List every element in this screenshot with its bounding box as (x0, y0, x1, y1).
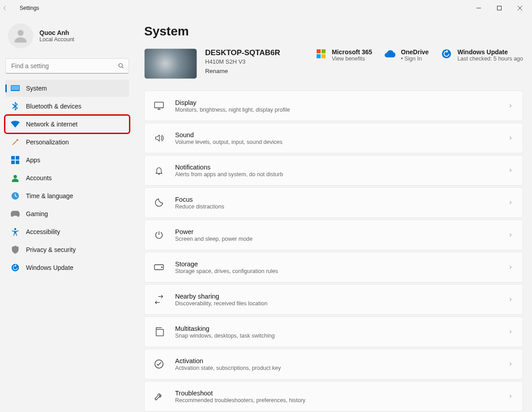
storage-icon (153, 264, 165, 270)
card-focus[interactable]: FocusReduce distractions (144, 187, 523, 218)
pc-name: DESKTOP-SQTAB6R (205, 48, 299, 57)
user-block[interactable]: Quoc Anh Local Account (5, 21, 129, 56)
system-icon (11, 84, 20, 93)
chevron-right-icon (508, 199, 513, 206)
chevron-right-icon (508, 232, 513, 238)
focus-icon (153, 198, 165, 208)
maximize-button[interactable] (489, 1, 510, 15)
card-title: Notifications (175, 164, 498, 171)
sidebar-item-label: Windows Update (26, 264, 73, 271)
sidebar-item-personalization[interactable]: Personalization (5, 134, 129, 151)
tile-onedrive[interactable]: OneDrive • Sign In (385, 48, 429, 62)
sound-icon (153, 134, 165, 143)
sidebar-item-label: Gaming (26, 210, 48, 217)
card-title: Sound (175, 131, 498, 139)
card-multitasking[interactable]: MultitaskingSnap windows, desktops, task… (144, 317, 523, 347)
sidebar-item-time[interactable]: Time & language (5, 187, 129, 204)
back-button[interactable] (2, 5, 20, 11)
svg-rect-0 (498, 6, 502, 10)
personalization-icon (11, 138, 20, 147)
display-icon (153, 102, 165, 110)
chevron-right-icon (508, 296, 513, 303)
gaming-icon (11, 209, 20, 218)
svg-rect-15 (317, 54, 321, 58)
card-notifications[interactable]: NotificationsAlerts from apps and system… (144, 155, 523, 186)
m365-icon (316, 48, 326, 59)
notifications-icon (153, 165, 165, 175)
svg-rect-18 (154, 102, 163, 108)
sidebar-item-label: Bluetooth & devices (26, 103, 82, 110)
svg-rect-8 (16, 160, 19, 164)
card-title: Multitasking (175, 325, 498, 332)
svg-rect-5 (11, 156, 15, 160)
activation-icon (153, 359, 165, 369)
close-button[interactable] (510, 1, 530, 15)
card-desc: Snap windows, desktops, task switching (175, 333, 498, 339)
nearby-icon (153, 295, 165, 304)
chevron-right-icon (508, 393, 513, 399)
card-title: Power (175, 228, 498, 235)
svg-point-1 (17, 30, 23, 36)
tile-update[interactable]: Windows Update Last checked: 5 hours ago (441, 48, 523, 62)
card-desc: Monitors, brightness, night light, displ… (175, 107, 498, 113)
accounts-icon (11, 173, 20, 182)
titlebar: Settings (0, 0, 532, 16)
chevron-right-icon (508, 264, 513, 270)
card-desc: Volume levels, output, input, sound devi… (175, 139, 498, 145)
page-title: System (144, 24, 523, 39)
svg-point-2 (119, 64, 122, 67)
svg-rect-13 (317, 49, 321, 53)
chevron-right-icon (508, 329, 513, 335)
chevron-right-icon (508, 103, 513, 109)
search-icon (118, 63, 124, 69)
svg-point-11 (14, 228, 17, 230)
minimize-button[interactable] (468, 1, 489, 15)
tile-m365[interactable]: Microsoft 365 View benefits (316, 48, 372, 62)
sidebar-item-label: Accessibility (26, 228, 60, 235)
sidebar-item-label: Privacy & security (26, 246, 76, 253)
card-display[interactable]: DisplayMonitors, brightness, night light… (144, 91, 523, 121)
card-sound[interactable]: SoundVolume levels, output, input, sound… (144, 123, 523, 153)
troubleshoot-icon (153, 391, 165, 401)
rename-link[interactable]: Rename (205, 68, 228, 74)
chevron-right-icon (508, 361, 513, 367)
privacy-icon (11, 245, 20, 254)
sidebar-item-update[interactable]: Windows Update (5, 259, 129, 276)
card-troubleshoot[interactable]: TroubleshootRecommended troubleshooters,… (144, 381, 523, 412)
sidebar-item-accounts[interactable]: Accounts (5, 169, 129, 186)
sidebar-item-accessibility[interactable]: Accessibility (5, 223, 129, 240)
sidebar-item-label: Apps (26, 156, 40, 164)
sidebar-item-network[interactable]: Network & internet (5, 116, 129, 133)
card-power[interactable]: PowerScreen and sleep, power mode (144, 220, 523, 250)
card-title: Display (175, 99, 498, 106)
window-title: Settings (20, 5, 39, 11)
sidebar-item-label: System (26, 85, 47, 92)
user-sub: Local Account (39, 36, 74, 43)
sidebar-item-privacy[interactable]: Privacy & security (5, 241, 129, 258)
card-nearby[interactable]: Nearby sharingDiscoverability, received … (144, 284, 523, 315)
sidebar-item-apps[interactable]: Apps (5, 152, 129, 169)
desktop-thumbnail[interactable] (144, 48, 197, 79)
main-content: System DESKTOP-SQTAB6R H410M S2H V3 Rena… (134, 16, 532, 412)
sidebar-item-bluetooth[interactable]: Bluetooth & devices (5, 98, 129, 115)
chevron-right-icon (508, 167, 513, 173)
sidebar-item-label: Time & language (26, 192, 73, 199)
card-activation[interactable]: ActivationActivation state, subscription… (144, 349, 523, 379)
card-title: Focus (175, 196, 498, 203)
search-input[interactable] (5, 58, 129, 74)
card-storage[interactable]: StorageStorage space, drives, configurat… (144, 252, 523, 282)
card-desc: Recommended troubleshooters, preferences… (175, 397, 498, 403)
svg-point-9 (13, 175, 17, 178)
card-title: Troubleshoot (175, 390, 498, 397)
svg-rect-7 (11, 160, 15, 164)
accessibility-icon (11, 227, 20, 236)
motherboard: H410M S2H V3 (205, 58, 299, 65)
sidebar-item-gaming[interactable]: Gaming (5, 205, 129, 222)
update-icon (441, 48, 452, 59)
sidebar-item-system[interactable]: System (5, 80, 129, 97)
network-icon (11, 120, 20, 129)
svg-rect-4 (11, 86, 19, 90)
apps-icon (11, 156, 20, 165)
card-desc: Screen and sleep, power mode (175, 236, 498, 242)
card-desc: Alerts from apps and system, do not dist… (175, 171, 498, 178)
